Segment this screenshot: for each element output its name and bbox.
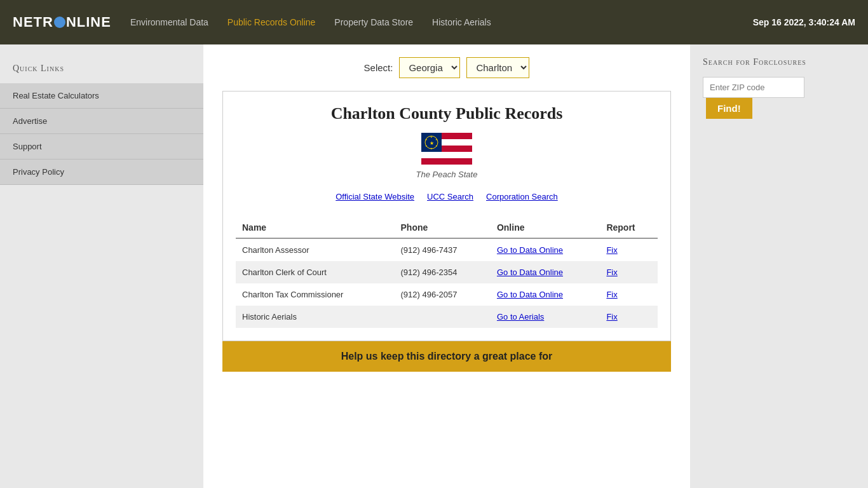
record-phone [395, 306, 491, 328]
sidebar-item-support[interactable]: Support [0, 134, 203, 159]
county-select[interactable]: Charlton [466, 57, 529, 78]
find-button[interactable]: Find! [706, 98, 752, 119]
go-to-data-link[interactable]: Go to Data Online [497, 245, 563, 255]
record-online: Go to Data Online [491, 283, 600, 306]
record-phone: (912) 496-2057 [395, 283, 491, 306]
fix-link[interactable]: Fix [606, 268, 617, 277]
sidebar-item-advertise[interactable]: Advertise [0, 109, 203, 134]
content-area: Select: Georgia Charlton Charlton County… [203, 44, 690, 488]
col-phone: Phone [395, 217, 491, 238]
records-tbody: Charlton Assessor(912) 496-7437Go to Dat… [236, 238, 658, 328]
svg-text:★: ★ [430, 140, 434, 146]
county-content: Charlton County Public Records ★ ★ [222, 91, 671, 341]
georgia-flag: ★ ★ ★ ★ ★ ★ ★ [421, 133, 472, 165]
record-report: Fix [600, 261, 658, 283]
record-report: Fix [600, 306, 658, 328]
header: NETRNLINE Environmental Data Public Reco… [0, 0, 868, 44]
fix-link[interactable]: Fix [606, 312, 617, 322]
table-row: Charlton Assessor(912) 496-7437Go to Dat… [236, 238, 658, 261]
bottom-banner: Help us keep this directory a great plac… [222, 341, 671, 372]
fix-link[interactable]: Fix [606, 290, 617, 299]
ucc-search-link[interactable]: UCC Search [427, 192, 473, 201]
col-report: Report [600, 217, 658, 238]
select-label: Select: [364, 62, 393, 73]
svg-text:★: ★ [435, 144, 438, 147]
table-row: Charlton Tax Commissioner(912) 496-2057G… [236, 283, 658, 306]
record-online: Go to Data Online [491, 261, 600, 283]
record-name: Charlton Assessor [236, 238, 395, 261]
logo[interactable]: NETRNLINE [13, 14, 111, 30]
state-nickname: The Peach State [236, 170, 658, 179]
state-links: Official State Website UCC Search Corpor… [236, 192, 658, 201]
col-online: Online [491, 217, 600, 238]
corporation-search-link[interactable]: Corporation Search [486, 192, 558, 201]
record-name: Historic Aerials [236, 306, 395, 328]
table-row: Charlton Clerk of Court(912) 496-2354Go … [236, 261, 658, 283]
official-state-website-link[interactable]: Official State Website [336, 192, 414, 201]
sidebar: Quick Links Real Estate Calculators Adve… [0, 44, 203, 488]
record-online: Go to Data Online [491, 238, 600, 261]
svg-text:★: ★ [430, 135, 433, 139]
records-table: Name Phone Online Report Charlton Assess… [236, 217, 658, 328]
nav-environmental[interactable]: Environmental Data [130, 17, 208, 27]
right-sidebar: Search for Forclosures Find! [690, 44, 868, 488]
table-row: Historic AerialsGo to AerialsFix [236, 306, 658, 328]
quick-links-title: Quick Links [0, 57, 203, 83]
record-report: Fix [600, 283, 658, 306]
record-phone: (912) 496-2354 [395, 261, 491, 283]
svg-text:★: ★ [425, 138, 428, 141]
sidebar-item-real-estate[interactable]: Real Estate Calculators [0, 83, 203, 109]
svg-rect-3 [421, 152, 472, 158]
nav-property-data[interactable]: Property Data Store [334, 17, 413, 27]
record-report: Fix [600, 238, 658, 261]
nav-public-records[interactable]: Public Records Online [227, 17, 316, 27]
main-nav: Environmental Data Public Records Online… [130, 17, 753, 27]
foreclosure-form: Find! [703, 77, 855, 119]
col-name: Name [236, 217, 395, 238]
svg-text:★: ★ [435, 138, 438, 141]
go-to-data-link[interactable]: Go to Data Online [497, 290, 563, 299]
datetime: Sep 16 2022, 3:40:24 AM [753, 17, 855, 27]
main-layout: Quick Links Real Estate Calculators Adve… [0, 44, 868, 488]
record-name: Charlton Clerk of Court [236, 261, 395, 283]
svg-text:★: ★ [430, 147, 433, 150]
nav-historic-aerials[interactable]: Historic Aerials [432, 17, 491, 27]
record-name: Charlton Tax Commissioner [236, 283, 395, 306]
logo-text: NETRNLINE [13, 14, 111, 30]
go-to-data-link[interactable]: Go to Aerials [497, 312, 544, 322]
flag-container: ★ ★ ★ ★ ★ ★ ★ [236, 133, 658, 166]
record-phone: (912) 496-7437 [395, 238, 491, 261]
table-header-row: Name Phone Online Report [236, 217, 658, 238]
svg-rect-4 [421, 158, 472, 165]
go-to-data-link[interactable]: Go to Data Online [497, 268, 563, 277]
select-row: Select: Georgia Charlton [222, 57, 671, 78]
svg-text:★: ★ [425, 144, 428, 147]
sidebar-item-privacy[interactable]: Privacy Policy [0, 159, 203, 185]
state-select[interactable]: Georgia [399, 57, 460, 78]
county-title: Charlton County Public Records [236, 104, 658, 123]
zip-input[interactable] [703, 77, 804, 98]
record-online: Go to Aerials [491, 306, 600, 328]
fix-link[interactable]: Fix [606, 245, 617, 255]
foreclosure-title: Search for Forclosures [703, 57, 855, 67]
